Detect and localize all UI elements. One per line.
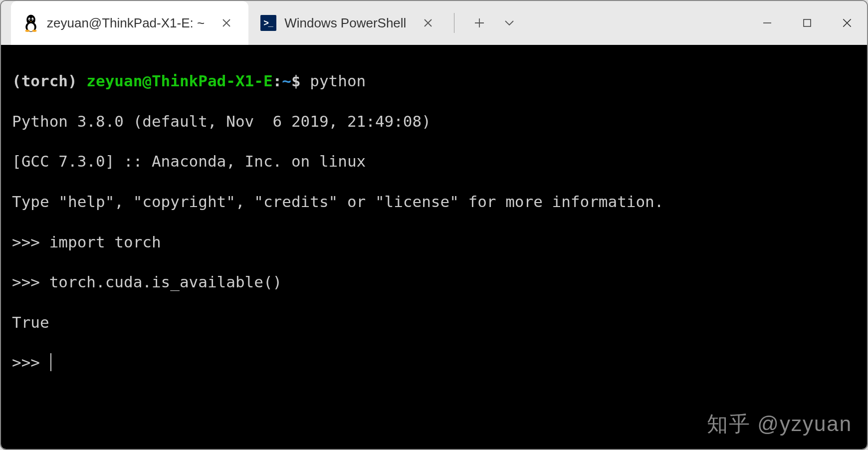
terminal-line: >>>: [12, 352, 856, 372]
terminal-line: >>> torch.cuda.is_available(): [12, 272, 856, 292]
terminal-output: [GCC 7.3.0] :: Anaconda, Inc. on linux: [12, 151, 856, 171]
tab-close-icon[interactable]: [217, 13, 236, 33]
svg-point-6: [32, 18, 33, 20]
titlebar-actions: [464, 1, 524, 45]
repl-prompt: >>>: [12, 353, 49, 371]
svg-point-5: [29, 18, 30, 20]
command-text: python: [310, 72, 366, 90]
titlebar: zeyuan@ThinkPad-X1-E: ~ >_ Windows Power…: [1, 1, 867, 45]
svg-point-8: [32, 30, 37, 32]
cwd: ~: [282, 72, 291, 90]
terminal-body[interactable]: (torch) zeyuan@ThinkPad-X1-E:~$ python P…: [1, 45, 867, 449]
tux-icon: [23, 15, 39, 31]
terminal-window: zeyuan@ThinkPad-X1-E: ~ >_ Windows Power…: [0, 0, 868, 450]
maximize-button[interactable]: [787, 1, 827, 45]
powershell-icon: >_: [260, 15, 276, 31]
repl-command: import torch: [49, 233, 161, 251]
conda-env: (torch): [12, 72, 86, 90]
prompt-dollar: $: [291, 72, 310, 90]
prompt-colon: :: [273, 72, 282, 90]
tab-wsl-ubuntu[interactable]: zeyuan@ThinkPad-X1-E: ~: [11, 1, 248, 45]
svg-rect-9: [804, 19, 811, 26]
tab-title: Windows PowerShell: [284, 15, 406, 31]
tab-powershell[interactable]: >_ Windows PowerShell: [248, 1, 450, 45]
terminal-output: Python 3.8.0 (default, Nov 6 2019, 21:49…: [12, 111, 856, 131]
repl-prompt: >>>: [12, 273, 49, 291]
tab-close-icon[interactable]: [418, 13, 438, 33]
repl-result: True: [12, 312, 856, 332]
terminal-line: >>> import torch: [12, 232, 856, 252]
user-host: zeyuan@ThinkPad-X1-E: [86, 72, 272, 90]
repl-prompt: >>>: [12, 233, 49, 251]
window-controls: [747, 1, 867, 45]
terminal-line: (torch) zeyuan@ThinkPad-X1-E:~$ python: [12, 71, 856, 91]
terminal-output: Type "help", "copyright", "credits" or "…: [12, 192, 856, 212]
watermark: 知乎 @yzyuan: [707, 411, 852, 438]
svg-point-7: [25, 30, 30, 32]
tabs-container: zeyuan@ThinkPad-X1-E: ~ >_ Windows Power…: [1, 1, 524, 45]
new-tab-button[interactable]: [464, 8, 494, 38]
tab-dropdown-button[interactable]: [494, 8, 524, 38]
text-cursor: [50, 353, 51, 371]
minimize-button[interactable]: [747, 1, 787, 45]
close-button[interactable]: [827, 1, 867, 45]
tab-title: zeyuan@ThinkPad-X1-E: ~: [47, 15, 205, 31]
tab-divider: [454, 13, 454, 33]
repl-command: torch.cuda.is_available(): [49, 273, 282, 291]
